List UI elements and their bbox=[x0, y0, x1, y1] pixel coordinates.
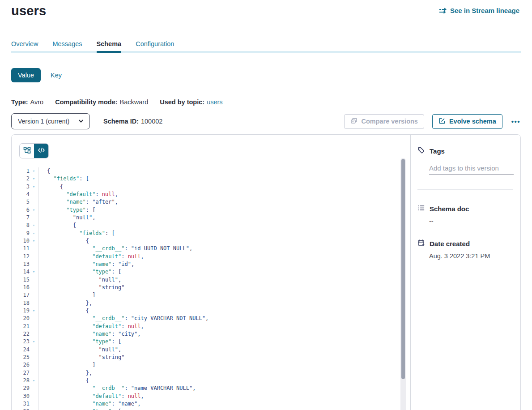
code-lines: { "fields": [ { "default": null, "name":… bbox=[38, 167, 209, 410]
date-created-section: Date created Aug. 3 2022 3:21 PM bbox=[417, 239, 513, 260]
tree-view-icon bbox=[23, 146, 31, 156]
code-line: "type": [ bbox=[47, 338, 209, 346]
tab-configuration[interactable]: Configuration bbox=[136, 40, 174, 53]
line-number: 16 bbox=[20, 284, 30, 291]
fold-toggle-icon[interactable]: ▾ bbox=[30, 230, 38, 237]
tab-overview[interactable]: Overview bbox=[11, 40, 38, 53]
controls-right-group: Compare versions Evolve schema ••• bbox=[344, 114, 521, 129]
code-line: "name": "name", bbox=[47, 400, 209, 408]
fold-toggle-icon[interactable]: ▾ bbox=[30, 237, 38, 245]
line-number: 22 bbox=[20, 330, 30, 338]
editor-scrollbar-thumb[interactable] bbox=[401, 159, 405, 379]
line-number: 27 bbox=[20, 369, 30, 377]
code-line: "string" bbox=[47, 354, 209, 361]
key-toggle-button[interactable]: Key bbox=[48, 68, 64, 82]
add-tags-input[interactable] bbox=[429, 163, 514, 175]
fold-spacer bbox=[30, 291, 38, 299]
more-options-ellipsis-button[interactable]: ••• bbox=[511, 116, 521, 127]
code-line: }, bbox=[47, 369, 209, 377]
tags-section: Tags bbox=[417, 146, 513, 190]
line-number: 12 bbox=[20, 253, 30, 261]
tab-schema[interactable]: Schema bbox=[97, 40, 122, 53]
date-created-value: Aug. 3 2022 3:21 PM bbox=[429, 252, 513, 260]
fold-toggle-icon[interactable]: ▾ bbox=[30, 408, 38, 410]
code-view-button[interactable] bbox=[34, 144, 48, 158]
fold-spacer bbox=[30, 323, 38, 330]
line-number: 10 bbox=[20, 237, 30, 245]
compare-versions-label: Compare versions bbox=[361, 118, 418, 125]
line-number: 15 bbox=[20, 276, 30, 284]
code-line: "default": null, bbox=[47, 393, 209, 400]
fold-toggle-icon[interactable]: ▾ bbox=[30, 268, 38, 276]
fold-toggle-icon[interactable]: ▾ bbox=[30, 377, 38, 384]
fold-spacer bbox=[30, 299, 38, 307]
fold-toggle-icon[interactable]: ▾ bbox=[30, 175, 38, 183]
schema-id-label: Schema ID: bbox=[103, 118, 139, 125]
tab-messages[interactable]: Messages bbox=[52, 40, 82, 53]
fold-toggle-icon[interactable]: ▾ bbox=[30, 222, 38, 229]
topic-link[interactable]: users bbox=[207, 98, 222, 106]
schema-panel: 1▾2▾3▾456▾78▾9▾10▾11121314▾1516171819▾20… bbox=[11, 134, 521, 410]
code-line: "string" bbox=[47, 284, 209, 291]
fold-spacer bbox=[30, 361, 38, 369]
fold-spacer bbox=[30, 400, 38, 408]
compare-versions-button[interactable]: Compare versions bbox=[344, 114, 424, 129]
code-line: "name": "after", bbox=[47, 198, 209, 206]
code-line: "name": "id", bbox=[47, 261, 209, 268]
line-number: 4 bbox=[20, 191, 30, 198]
fold-toggle-icon[interactable]: ▾ bbox=[30, 338, 38, 346]
version-select-value: Version 1 (current) bbox=[18, 118, 69, 125]
version-select[interactable]: Version 1 (current) bbox=[11, 113, 90, 129]
fold-spacer bbox=[30, 253, 38, 261]
editor-scrollbar-track[interactable] bbox=[400, 158, 406, 410]
line-number: 11 bbox=[20, 245, 30, 252]
code-line: "__crdb__": "city VARCHAR NOT NULL", bbox=[47, 315, 209, 322]
see-in-stream-lineage-link[interactable]: See in Stream lineage bbox=[439, 7, 519, 14]
code-line: "null", bbox=[47, 346, 209, 354]
line-number: 1 bbox=[20, 167, 30, 175]
type-value: Avro bbox=[30, 98, 44, 106]
used-by-topic-label: Used by topic: bbox=[160, 98, 204, 106]
code-line: { bbox=[47, 377, 209, 384]
schema-doc-heading: Schema doc bbox=[430, 205, 469, 213]
code-line: ] bbox=[47, 291, 209, 299]
fold-spacer bbox=[30, 284, 38, 291]
code-line: "fields": [ bbox=[47, 175, 209, 183]
code-line: "null", bbox=[47, 214, 209, 222]
code-line: { bbox=[47, 183, 209, 191]
tag-icon bbox=[417, 146, 425, 155]
fold-toggle-icon[interactable]: ▾ bbox=[30, 206, 38, 214]
schema-controls-row: Version 1 (current) Schema ID: 100002 Co… bbox=[11, 113, 521, 129]
fold-spacer bbox=[30, 214, 38, 222]
schema-id-value: 100002 bbox=[141, 118, 162, 125]
code-area[interactable]: 1▾2▾3▾456▾78▾9▾10▾11121314▾1516171819▾20… bbox=[20, 167, 400, 410]
sidebar-divider bbox=[417, 189, 513, 190]
tab-bar: Overview Messages Schema Configuration bbox=[11, 40, 174, 53]
schema-id: Schema ID: 100002 bbox=[103, 118, 162, 125]
schema-doc-heading-row: Schema doc bbox=[417, 204, 513, 213]
code-line: "__crdb__": "id UUID NOT NULL", bbox=[47, 245, 209, 252]
fold-toggle-icon[interactable]: ▾ bbox=[30, 183, 38, 191]
line-number: 31 bbox=[20, 400, 30, 408]
code-line: "default": null, bbox=[47, 191, 209, 198]
calendar-plus-icon bbox=[417, 239, 425, 248]
line-number: 8 bbox=[20, 222, 30, 229]
line-number: 28 bbox=[20, 377, 30, 384]
page-title: users bbox=[11, 4, 46, 18]
fold-spacer bbox=[30, 346, 38, 354]
evolve-schema-button[interactable]: Evolve schema bbox=[432, 114, 502, 129]
tags-heading-row: Tags bbox=[417, 146, 513, 155]
fold-toggle-icon[interactable]: ▾ bbox=[30, 307, 38, 315]
compare-versions-icon bbox=[350, 117, 358, 126]
fold-toggle-icon[interactable]: ▾ bbox=[30, 167, 38, 175]
line-number: 26 bbox=[20, 361, 30, 369]
line-number: 23 bbox=[20, 338, 30, 346]
schema-meta-row: Type: Avro Compatibility mode: Backward … bbox=[11, 98, 223, 106]
meta-type: Type: Avro bbox=[11, 98, 43, 106]
tree-view-button[interactable] bbox=[20, 144, 34, 158]
schema-sidebar: Tags Schema doc -- bbox=[410, 135, 520, 410]
fold-spacer bbox=[30, 261, 38, 268]
value-toggle-button[interactable]: Value bbox=[11, 68, 41, 82]
code-view-icon bbox=[38, 146, 45, 156]
meta-used-by-topic: Used by topic: users bbox=[160, 98, 222, 106]
